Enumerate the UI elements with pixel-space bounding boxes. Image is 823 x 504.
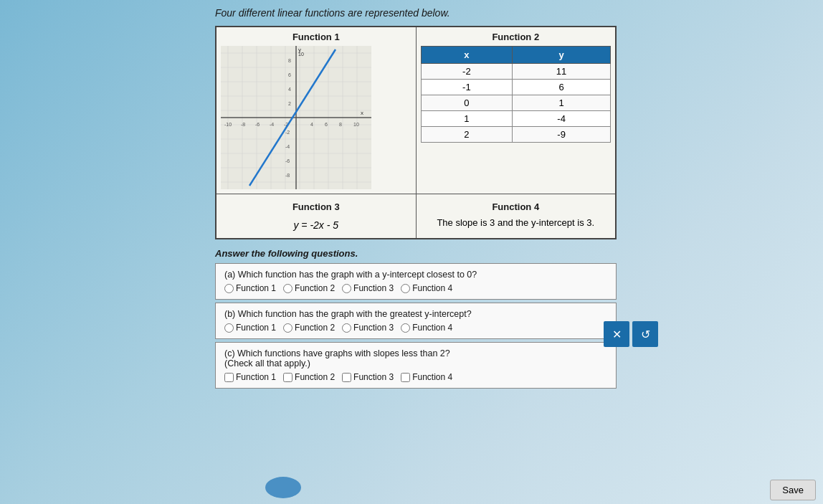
radio-b-func2[interactable]	[283, 323, 292, 333]
svg-text:x: x	[361, 110, 363, 116]
function1-graph: x y 10 -2 -4 -6 -8 -10 4 6 8 10	[221, 46, 371, 189]
radio-b-func3[interactable]	[342, 323, 351, 333]
function1-svg: x y 10 -2 -4 -6 -8 -10 4 6 8 10	[221, 46, 371, 189]
option-b-func1[interactable]: Function 1	[224, 323, 276, 333]
option-a-func2[interactable]: Function 2	[283, 283, 335, 293]
question-b-options: Function 1 Function 2 Function 3 Functio…	[224, 323, 607, 333]
table-row: 01	[421, 95, 611, 111]
undo-button[interactable]: ↺	[632, 321, 658, 347]
table-row: -16	[421, 80, 611, 95]
option-b-func3[interactable]: Function 3	[342, 323, 394, 333]
table-row: -211	[421, 64, 611, 80]
question-c-options: Function 1 Function 2 Function 3 Functio…	[224, 372, 607, 382]
side-buttons: ✕ ↺	[604, 321, 658, 347]
checkbox-c-func2[interactable]	[283, 373, 292, 382]
option-c-func1[interactable]: Function 1	[224, 372, 276, 382]
question-a-options: Function 1 Function 2 Function 3 Functio…	[224, 283, 607, 293]
checkbox-c-func3[interactable]	[342, 373, 351, 382]
function2-col-x: x	[421, 47, 513, 64]
table-row: 2-9	[421, 127, 611, 143]
function2-col-y: y	[513, 47, 611, 64]
radio-a-func3[interactable]	[342, 284, 351, 293]
checkbox-c-func4[interactable]	[401, 373, 410, 382]
option-b-func4[interactable]: Function 4	[401, 323, 452, 333]
x-button[interactable]: ✕	[604, 321, 629, 347]
svg-text:-6: -6	[285, 158, 290, 163]
radio-a-func4[interactable]	[401, 284, 410, 293]
svg-text:-6: -6	[255, 122, 260, 127]
answer-title: Answer the following questions.	[215, 248, 617, 259]
option-c-func2[interactable]: Function 2	[283, 372, 335, 382]
question-a-box: (a) Which function has the graph with a …	[215, 263, 617, 300]
svg-text:10: 10	[298, 52, 304, 57]
checkbox-c-func1[interactable]	[224, 373, 234, 382]
svg-text:-8: -8	[285, 173, 290, 178]
option-a-func1[interactable]: Function 1	[224, 283, 276, 293]
option-a-func3[interactable]: Function 3	[342, 283, 394, 293]
table-row: 1-4	[421, 111, 611, 127]
option-b-func2[interactable]: Function 2	[283, 323, 335, 333]
function2-title: Function 2	[421, 32, 612, 42]
option-c-func3[interactable]: Function 3	[342, 372, 394, 382]
svg-text:10: 10	[353, 122, 359, 127]
svg-text:-8: -8	[241, 122, 245, 127]
answer-section: Answer the following questions. (a) Whic…	[215, 248, 617, 389]
intro-text: Four different linear functions are repr…	[215, 7, 617, 19]
function3-title: Function 3	[221, 201, 412, 212]
radio-b-func4[interactable]	[401, 323, 410, 333]
svg-text:4: 4	[310, 122, 313, 127]
next-button[interactable]	[265, 477, 301, 498]
svg-text:-4: -4	[270, 122, 274, 127]
question-b-text: (b) Which function has the graph with th…	[224, 309, 607, 319]
svg-text:4: 4	[288, 87, 291, 92]
save-button[interactable]: Save	[770, 480, 816, 500]
function3-equation: y = -2x - 5	[221, 219, 412, 231]
svg-text:-2: -2	[285, 130, 290, 135]
question-a-text: (a) Which function has the graph with a …	[224, 270, 607, 280]
function2-data-table: x y -211 -16 01 1-4 2-9	[421, 46, 612, 143]
radio-b-func1[interactable]	[224, 323, 234, 333]
radio-a-func2[interactable]	[283, 284, 292, 293]
svg-text:6: 6	[325, 122, 328, 127]
svg-text:-10: -10	[224, 122, 232, 127]
question-c-box: (c) Which functions have graphs with slo…	[215, 342, 617, 389]
svg-text:2: 2	[288, 101, 291, 106]
question-c-text: (c) Which functions have graphs with slo…	[224, 348, 607, 369]
svg-text:8: 8	[288, 58, 291, 63]
option-c-func4[interactable]: Function 4	[401, 372, 452, 382]
svg-text:-4: -4	[285, 144, 290, 149]
radio-a-func1[interactable]	[224, 284, 234, 293]
svg-text:6: 6	[288, 72, 291, 77]
functions-table: Function 1	[215, 26, 617, 239]
svg-text:8: 8	[339, 122, 342, 127]
function4-description: The slope is 3 and the y-intercept is 3.	[421, 216, 612, 230]
function1-title: Function 1	[221, 32, 412, 42]
question-b-box: (b) Which function has the graph with th…	[215, 303, 617, 339]
function4-title: Function 4	[421, 201, 612, 212]
option-a-func4[interactable]: Function 4	[401, 283, 452, 293]
